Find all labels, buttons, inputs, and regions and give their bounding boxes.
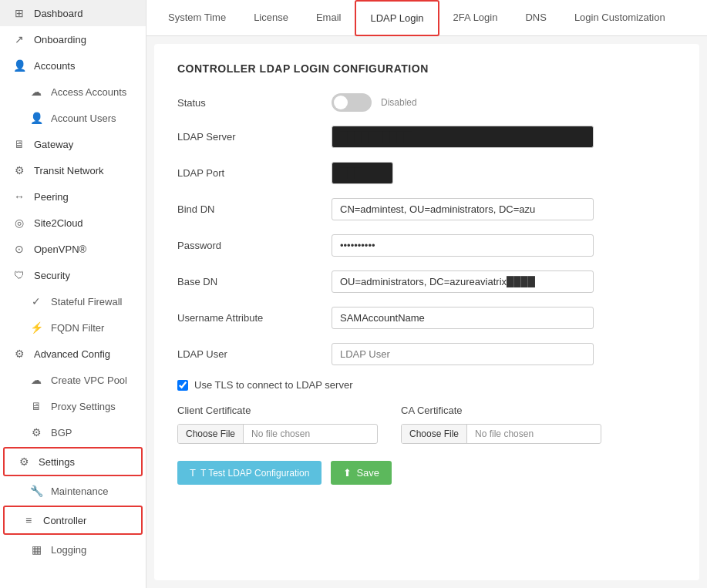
client-cert-label: Client Certificate xyxy=(177,405,378,416)
tab-login-customization[interactable]: Login Customization xyxy=(561,1,679,35)
sidebar-label: Create VPC Pool xyxy=(51,375,127,386)
status-value: Disabled xyxy=(381,97,417,108)
status-control: Disabled xyxy=(332,93,594,112)
password-input[interactable] xyxy=(332,234,594,257)
bgp-icon: ⚙ xyxy=(29,426,43,438)
ldap-port-label: LDAP Port xyxy=(177,167,332,179)
ca-cert-group: CA Certificate Choose File No file chose… xyxy=(401,405,601,444)
username-attr-input[interactable] xyxy=(332,307,594,329)
bind-dn-input[interactable] xyxy=(332,198,594,220)
tab-email[interactable]: Email xyxy=(302,1,355,35)
client-cert-choose-btn[interactable]: Choose File xyxy=(178,425,244,443)
username-attr-row: Username Attribute xyxy=(177,307,676,329)
ca-cert-no-file: No file chosen xyxy=(467,425,541,443)
ldap-port-row: LDAP Port xyxy=(177,162,676,184)
sidebar-label: Account Users xyxy=(51,113,116,124)
client-cert-no-file: No file chosen xyxy=(244,425,318,443)
sidebar-label: Site2Cloud xyxy=(34,217,83,229)
logging-icon: ▦ xyxy=(29,543,43,556)
use-tls-row: Use TLS to connect to LDAP server xyxy=(177,379,676,391)
status-toggle-container: Disabled xyxy=(332,93,594,112)
sidebar-item-logging[interactable]: ▦ Logging xyxy=(0,536,146,563)
sidebar-label: Settings xyxy=(39,456,75,468)
ca-cert-choose-btn[interactable]: Choose File xyxy=(402,425,467,443)
test-ldap-button[interactable]: T T Test LDAP Configuration xyxy=(177,461,322,485)
use-tls-label: Use TLS to connect to LDAP server xyxy=(194,379,352,391)
base-dn-input[interactable] xyxy=(332,270,594,293)
sidebar-item-transit-network[interactable]: ⚙ Transit Network xyxy=(0,157,146,183)
sidebar-item-controller[interactable]: ≡ Controller xyxy=(5,507,141,533)
test-icon: T xyxy=(190,467,196,479)
tab-2fa-login[interactable]: 2FA Login xyxy=(439,1,512,35)
base-dn-control xyxy=(332,270,594,293)
controller-icon: ≡ xyxy=(22,514,35,526)
sidebar-label: Security xyxy=(34,270,70,281)
sidebar-label: BGP xyxy=(51,427,72,438)
security-icon: 🛡 xyxy=(12,269,26,281)
sidebar-item-account-users[interactable]: 👤 Account Users xyxy=(0,105,146,131)
client-cert-group: Client Certificate Choose File No file c… xyxy=(177,405,378,444)
sidebar-item-access-accounts[interactable]: ☁ Access Accounts xyxy=(0,79,146,105)
sidebar-label: Controller xyxy=(43,515,86,526)
sidebar-item-create-vpc-pool[interactable]: ☁ Create VPC Pool xyxy=(0,367,146,393)
sidebar-item-advanced-config[interactable]: ⚙ Advanced Config xyxy=(0,341,146,367)
sidebar-label: Accounts xyxy=(34,60,75,72)
sidebar-item-dashboard[interactable]: ⊞ Dashboard xyxy=(0,0,146,26)
create-vpc-icon: ☁ xyxy=(29,374,43,386)
ca-cert-input-row: Choose File No file chosen xyxy=(401,424,601,444)
base-dn-row: Base DN xyxy=(177,270,676,293)
account-users-icon: 👤 xyxy=(29,112,43,124)
settings-highlight: ⚙ Settings xyxy=(3,447,143,476)
sidebar-item-gateway[interactable]: 🖥 Gateway xyxy=(0,131,146,157)
sidebar-label: Access Accounts xyxy=(51,86,126,98)
site2cloud-icon: ◎ xyxy=(12,217,26,229)
use-tls-checkbox[interactable] xyxy=(177,380,188,391)
bind-dn-label: Bind DN xyxy=(177,203,332,215)
controller-highlight: ≡ Controller xyxy=(3,506,143,535)
sidebar-item-peering[interactable]: ↔ Peering xyxy=(0,183,146,210)
sidebar-label: Gateway xyxy=(34,139,73,150)
ldap-server-input[interactable] xyxy=(332,126,594,148)
sidebar-item-security[interactable]: 🛡 Security xyxy=(0,262,146,288)
ldap-port-input[interactable] xyxy=(332,162,393,184)
sidebar-item-bgp[interactable]: ⚙ BGP xyxy=(0,419,146,445)
sidebar-label: Proxy Settings xyxy=(51,401,116,412)
sidebar-item-settings[interactable]: ⚙ Settings xyxy=(5,449,141,475)
tab-license[interactable]: License xyxy=(240,1,302,35)
dashboard-icon: ⊞ xyxy=(12,7,26,19)
password-control xyxy=(332,234,594,257)
access-accounts-icon: ☁ xyxy=(29,86,43,98)
sidebar-item-accounts[interactable]: 👤 Accounts xyxy=(0,52,146,79)
proxy-settings-icon: 🖥 xyxy=(29,400,43,412)
save-label: Save xyxy=(356,467,379,479)
password-row: Password xyxy=(177,234,676,257)
bind-dn-control xyxy=(332,198,594,220)
ldap-user-input[interactable] xyxy=(332,343,594,365)
tab-ldap-login[interactable]: LDAP Login xyxy=(355,0,439,36)
sidebar: ⊞ Dashboard ↗ Onboarding 👤 Accounts ☁ Ac… xyxy=(0,0,146,588)
sidebar-label: Dashboard xyxy=(34,8,83,19)
ldap-port-control xyxy=(332,162,594,184)
sidebar-label: Logging xyxy=(51,544,86,556)
ldap-user-control xyxy=(332,343,594,365)
tabs-bar: System Time License Email LDAP Login 2FA… xyxy=(146,0,707,36)
ca-cert-label: CA Certificate xyxy=(401,405,601,416)
sidebar-item-openvpn[interactable]: ⊙ OpenVPN® xyxy=(0,236,146,262)
tab-dns[interactable]: DNS xyxy=(511,1,560,35)
status-row: Status Disabled xyxy=(177,93,676,112)
file-upload-area: Client Certificate Choose File No file c… xyxy=(177,405,676,444)
advanced-config-icon: ⚙ xyxy=(12,348,26,360)
save-button[interactable]: ⬆ Save xyxy=(331,461,392,485)
sidebar-item-proxy-settings[interactable]: 🖥 Proxy Settings xyxy=(0,393,146,419)
sidebar-item-onboarding[interactable]: ↗ Onboarding xyxy=(0,26,146,52)
status-toggle[interactable] xyxy=(332,93,372,112)
base-dn-label: Base DN xyxy=(177,276,332,287)
settings-icon: ⚙ xyxy=(17,455,31,468)
accounts-icon: 👤 xyxy=(12,59,26,72)
tab-system-time[interactable]: System Time xyxy=(154,1,240,35)
sidebar-item-stateful-firewall[interactable]: ✓ Stateful Firewall xyxy=(0,288,146,314)
action-buttons: T T Test LDAP Configuration ⬆ Save xyxy=(177,461,676,485)
sidebar-item-fqdn-filter[interactable]: ⚡ FQDN Filter xyxy=(0,314,146,341)
sidebar-item-maintenance[interactable]: 🔧 Maintenance xyxy=(0,478,146,504)
sidebar-item-site2cloud[interactable]: ◎ Site2Cloud xyxy=(0,210,146,236)
